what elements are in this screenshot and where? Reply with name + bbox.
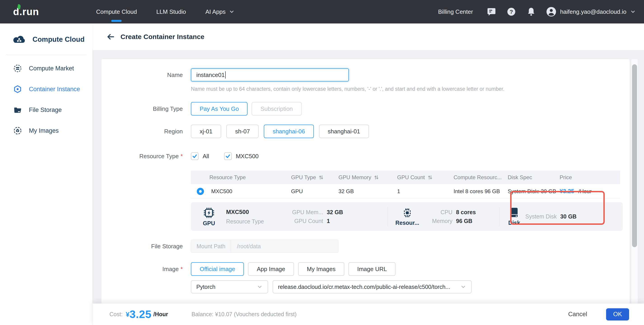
col-label: GPU Count xyxy=(397,174,425,180)
gpu-badge: GPU xyxy=(203,220,215,226)
chevron-down-icon xyxy=(630,9,636,15)
nav-label: AI Apps xyxy=(205,8,226,15)
memory-value: 96 GB xyxy=(456,218,472,224)
sort-icon xyxy=(374,175,379,180)
scrollbar-thumb[interactable] xyxy=(632,64,637,247)
col-gpu-memory[interactable]: GPU Memory xyxy=(338,174,397,180)
notifications-button[interactable] xyxy=(526,7,536,17)
resource-type-label-text: Resource Type xyxy=(139,153,178,160)
cost-currency: ¥ xyxy=(126,310,130,318)
name-input-value: instance01 xyxy=(196,72,225,78)
region-option-xj01[interactable]: xj-01 xyxy=(191,124,221,138)
cpu-value: 8 cores xyxy=(456,209,476,216)
col-price: Price xyxy=(560,174,620,180)
name-hint: Name must be up to 64 characters, contai… xyxy=(191,86,630,92)
compute-market-icon xyxy=(14,64,22,72)
col-label: GPU Type xyxy=(291,174,316,180)
cell-gpu-memory: 32 GB xyxy=(338,188,397,194)
nav-item-ai-apps[interactable]: AI Apps xyxy=(205,0,235,24)
sidebar-item-label: Compute Market xyxy=(29,65,74,72)
sidebar-item-my-images[interactable]: My Images xyxy=(0,120,92,141)
topbar-right: Billing Center ? haifeng.yao@daocloud.io xyxy=(438,6,636,17)
billing-type-row: Billing Type Pay As You Go Subscription xyxy=(102,102,630,116)
required-asterisk: * xyxy=(180,153,183,160)
registry-select[interactable]: release.daocloud.io/cr.metax-tech.com/pu… xyxy=(272,280,472,294)
resource-detail-panel: GPU MXC500 Resource Type GPU Mem...32 GB… xyxy=(191,202,623,231)
back-button[interactable] xyxy=(106,32,116,42)
billing-type-label: Billing Type xyxy=(102,106,183,112)
cost-value: 3.25 xyxy=(130,308,152,320)
checkbox-mxc500-label: MXC500 xyxy=(236,153,258,160)
checkbox-all-label: All xyxy=(203,153,209,160)
cpu-chip-icon xyxy=(402,207,413,219)
framework-select[interactable]: Pytorch xyxy=(191,280,268,294)
region-label: Region xyxy=(102,128,183,135)
sort-icon xyxy=(318,175,324,180)
main-content: Name instance01 Name must be up to 64 ch… xyxy=(92,50,644,304)
sort-icon xyxy=(428,175,432,180)
check-icon xyxy=(225,154,230,159)
resource-table: Resource Type GPU Type GPU Memory GPU Co… xyxy=(191,170,620,198)
region-option-sh07[interactable]: sh-07 xyxy=(226,124,258,138)
ok-button[interactable]: OK xyxy=(606,308,629,320)
image-option-url[interactable]: Image URL xyxy=(348,262,396,276)
col-gpu-type[interactable]: GPU Type xyxy=(291,174,338,180)
checkbox-mxc500[interactable] xyxy=(224,152,232,160)
name-input[interactable]: instance01 xyxy=(191,68,349,82)
checkbox-all[interactable] xyxy=(191,152,198,160)
image-option-official[interactable]: Official image xyxy=(191,262,244,276)
image-label-text: Image xyxy=(162,266,179,272)
image-selects-row: Pytorch release.daocloud.io/cr.metax-tec… xyxy=(102,276,630,294)
framework-selected-value: Pytorch xyxy=(196,284,257,290)
help-button[interactable]: ? xyxy=(506,7,516,17)
mount-path-input[interactable]: Mount Path /root/data xyxy=(191,240,338,253)
billing-center-link[interactable]: Billing Center xyxy=(438,8,473,15)
cell-compute: Intel 8 cores 96 GB xyxy=(454,188,508,194)
vertical-scrollbar[interactable] xyxy=(631,59,638,304)
image-option-app[interactable]: App Image xyxy=(248,262,294,276)
gpu-mem-label: GPU Mem... xyxy=(292,209,323,216)
cancel-button[interactable]: Cancel xyxy=(568,311,587,318)
name-label: Name xyxy=(102,68,183,78)
container-instance-icon xyxy=(14,85,22,93)
nav-item-compute-cloud[interactable]: Compute Cloud xyxy=(96,0,137,24)
arrow-left-icon xyxy=(106,32,115,41)
cell-resource-type: MXC500 xyxy=(211,188,232,194)
cpu-label: CPU xyxy=(428,209,452,216)
region-option-shanghai06[interactable]: shanghai-06 xyxy=(264,124,314,138)
page-header: Create Container Instance xyxy=(92,24,644,50)
billing-option-payg[interactable]: Pay As You Go xyxy=(191,102,248,116)
sidebar-title: Compute Cloud xyxy=(32,36,84,44)
compute-cloud-icon xyxy=(12,34,26,45)
resource-type-label: Resource Type* xyxy=(102,153,183,160)
messages-button[interactable] xyxy=(486,7,496,17)
form-card: Name instance01 Name must be up to 64 ch… xyxy=(102,59,630,304)
price-unit: /Hour xyxy=(578,188,592,194)
cell-gpu-type: GPU xyxy=(291,188,338,194)
user-menu[interactable]: haifeng.yao@daocloud.io xyxy=(546,6,636,17)
footer-bar: Cost: ¥ 3.25 /Hour Balance: ¥10.07 (Vouc… xyxy=(92,304,644,325)
user-email: haifeng.yao@daocloud.io xyxy=(560,8,626,15)
disk-badge: Disk xyxy=(508,220,520,226)
image-option-my-images[interactable]: My Images xyxy=(298,262,344,276)
sidebar-item-container-instance[interactable]: Container Instance xyxy=(0,79,92,100)
nav-item-llm-studio[interactable]: LLM Studio xyxy=(156,0,186,24)
col-gpu-count[interactable]: GPU Count xyxy=(397,174,454,180)
cell-price: ¥3.25 /Hour xyxy=(560,188,620,195)
sidebar-item-file-storage[interactable]: File Storage xyxy=(0,100,92,120)
resource-badge: Resour... xyxy=(395,220,419,226)
billing-option-subscription[interactable]: Subscription xyxy=(252,102,302,116)
system-disk-label: System Disk xyxy=(525,213,557,220)
row-radio-selected[interactable] xyxy=(197,188,204,195)
table-row-mxc500[interactable]: MXC500 GPU 32 GB 1 Intel 8 cores 96 GB S… xyxy=(191,184,620,198)
gpu-count-value: 1 xyxy=(327,218,330,224)
drun-logo[interactable]: d.run xyxy=(13,6,54,18)
mount-path-prefix: Mount Path xyxy=(191,240,231,252)
table-header: Resource Type GPU Type GPU Memory GPU Co… xyxy=(191,170,620,184)
nav-label: Compute Cloud xyxy=(96,8,137,15)
question-icon: ? xyxy=(506,7,516,16)
image-row: Image* Official image App Image My Image… xyxy=(102,262,630,276)
region-option-shanghai01[interactable]: shanghai-01 xyxy=(319,124,369,138)
avatar-icon xyxy=(546,6,556,17)
sidebar-item-compute-market[interactable]: Compute Market xyxy=(0,58,92,79)
